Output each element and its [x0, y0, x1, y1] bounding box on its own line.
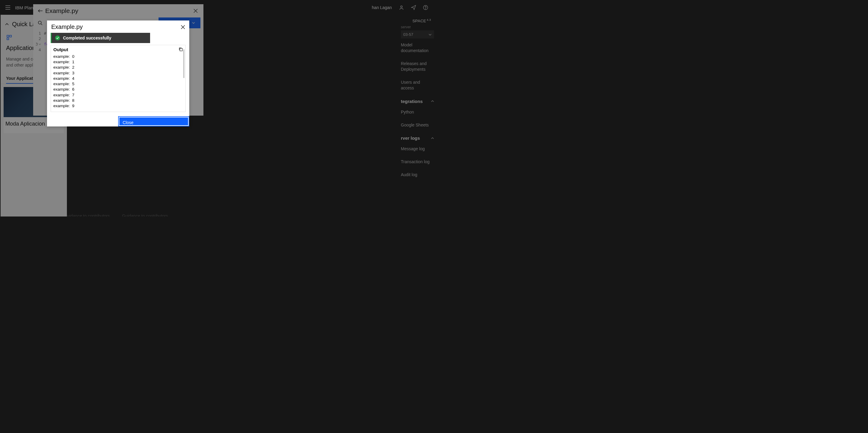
- scrollbar[interactable]: [183, 49, 184, 78]
- copy-icon[interactable]: [179, 47, 183, 52]
- status-text: Completed successfully: [63, 36, 111, 40]
- svg-rect-10: [180, 48, 182, 51]
- close-button[interactable]: Close: [118, 116, 189, 127]
- close-icon[interactable]: [181, 25, 185, 29]
- output-modal: Example.py Completed successfully Output…: [47, 21, 189, 127]
- output-box: Output example: 0 example: 1 example: 2 …: [51, 45, 186, 112]
- output-label: Output: [53, 47, 183, 54]
- modal-title: Example.py: [51, 24, 83, 30]
- success-icon: [55, 36, 60, 40]
- status-banner: Completed successfully: [51, 33, 150, 43]
- output-text: example: 0 example: 1 example: 2 example…: [53, 54, 183, 109]
- svg-point-9: [55, 36, 60, 40]
